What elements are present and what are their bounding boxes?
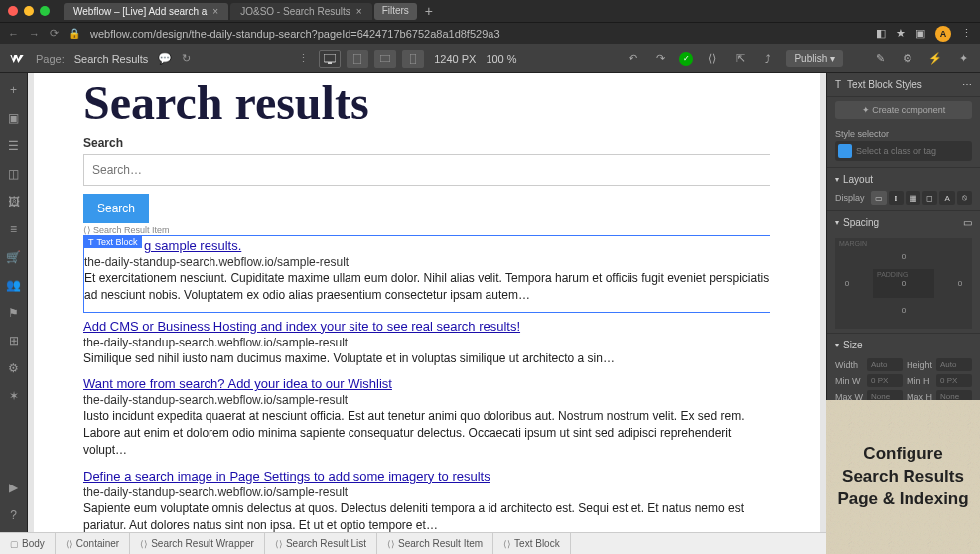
result-title-link[interactable]: Want more from search? Add your idea to … — [83, 376, 392, 391]
code-icon[interactable]: ⟨⟩ — [703, 50, 721, 68]
history-icon[interactable]: ↻ — [182, 52, 191, 65]
brush-icon[interactable]: ✎ — [871, 50, 889, 68]
margin-top-value[interactable]: 0 — [839, 252, 968, 261]
url-text[interactable]: webflow.com/design/the-daily-standup-sea… — [90, 28, 866, 40]
users-icon[interactable]: 👥 — [7, 278, 21, 292]
search-result-item[interactable]: Want more from search? Add your idea to … — [83, 374, 770, 458]
breakpoint-desktop-icon[interactable] — [319, 50, 341, 68]
result-title-link[interactable]: Add CMS or Business Hosting and index yo… — [83, 319, 520, 334]
minw-input[interactable]: 0 PX — [867, 374, 903, 387]
panel-menu-icon[interactable]: ⋯ — [962, 79, 972, 90]
display-flex-icon[interactable]: ⫿ — [889, 191, 904, 205]
search-input[interactable] — [83, 154, 770, 186]
breakpoint-mobile-landscape-icon[interactable] — [374, 50, 396, 68]
display-inlineblock-icon[interactable]: ◻ — [922, 191, 937, 205]
margin-left-value[interactable]: 0 — [839, 279, 855, 288]
logic-icon[interactable]: ⚑ — [7, 306, 21, 320]
minh-input[interactable]: 0 PX — [936, 374, 972, 387]
canvas[interactable]: Search results Search Search ⟨⟩ Search R… — [28, 73, 826, 532]
assets-icon[interactable]: 🖼 — [7, 195, 21, 208]
apps-icon[interactable]: ⊞ — [7, 334, 21, 347]
more-icon[interactable]: ⋮ — [298, 52, 309, 65]
spacing-section[interactable]: ▾Spacing▭ — [827, 210, 980, 234]
search-result-item[interactable]: Define a search image in Page Settings t… — [83, 467, 770, 532]
ecommerce-icon[interactable]: 🛒 — [7, 250, 21, 264]
navigator-icon[interactable]: ☰ — [7, 139, 21, 153]
undo-icon[interactable]: ↶ — [624, 50, 641, 68]
spacing-toggle-icon[interactable]: ▭ — [963, 217, 972, 228]
close-window-icon[interactable] — [8, 6, 18, 16]
breadcrumb-item[interactable]: ⟨⟩Container — [56, 533, 130, 554]
extension-icon[interactable]: ◧ — [876, 27, 886, 40]
pages-icon[interactable]: ▣ — [7, 111, 21, 125]
size-section[interactable]: ▾Size — [827, 333, 980, 356]
menu-icon[interactable]: ⋮ — [961, 27, 972, 40]
export-icon[interactable]: ⇱ — [731, 50, 749, 68]
filters-pill[interactable]: Filters — [374, 3, 417, 20]
publish-button[interactable]: Publish ▾ — [786, 50, 843, 67]
page-title[interactable]: Search results — [83, 75, 770, 130]
display-inline-icon[interactable]: A — [939, 191, 954, 205]
canvas-width[interactable]: 1240 PX — [434, 53, 476, 65]
reload-icon[interactable]: ⟳ — [50, 27, 59, 40]
browser-tab-active[interactable]: Webflow – [Live] Add search a × — [64, 3, 228, 20]
forward-icon[interactable]: → — [29, 28, 40, 40]
browser-tab[interactable]: JO&SO - Search Results × — [230, 3, 371, 20]
padding-center-value[interactable]: 0 — [902, 279, 906, 288]
audit-icon[interactable]: ✶ — [7, 389, 21, 403]
new-tab-icon[interactable]: + — [419, 3, 439, 20]
breadcrumb-item[interactable]: ▢Body — [0, 533, 56, 554]
display-grid-icon[interactable]: ▦ — [906, 191, 920, 205]
extension-icon[interactable]: ▣ — [915, 27, 925, 40]
width-input[interactable]: Auto — [867, 358, 903, 371]
browser-tabs: Webflow – [Live] Add search a × JO&SO - … — [64, 3, 439, 20]
minw-label: Min W — [835, 376, 863, 386]
margin-right-value[interactable]: 0 — [952, 279, 968, 288]
selected-element-badge[interactable]: TText Block — [84, 236, 142, 248]
comment-icon[interactable]: 💬 — [158, 52, 172, 65]
spacing-editor[interactable]: MARGIN 0 0 PADDING 0 0 0 — [835, 238, 972, 329]
cms-icon[interactable]: ≡ — [7, 222, 21, 236]
display-none-icon[interactable]: ⦸ — [957, 191, 972, 205]
extension-icon[interactable]: ★ — [896, 27, 906, 40]
components-icon[interactable]: ◫ — [7, 167, 21, 181]
close-tab-icon[interactable]: × — [356, 6, 362, 17]
page-name[interactable]: Search Results — [74, 53, 149, 65]
result-title-link[interactable]: Define a search image in Page Settings t… — [83, 469, 490, 484]
breadcrumb-item[interactable]: ⟨⟩Search Result Wrapper — [130, 533, 265, 554]
margin-bottom-value[interactable]: 0 — [839, 306, 968, 315]
display-block-icon[interactable]: ▭ — [871, 191, 886, 205]
share-icon[interactable]: ⤴ — [759, 50, 776, 68]
close-tab-icon[interactable]: × — [212, 6, 218, 17]
search-button[interactable]: Search — [83, 194, 149, 223]
add-element-icon[interactable]: + — [7, 83, 21, 97]
video-icon[interactable]: ▶ — [7, 481, 21, 494]
lock-icon: 🔒 — [69, 28, 80, 39]
redo-icon[interactable]: ↷ — [651, 50, 669, 68]
overlay-note: Configure Search Results Page & Indexing — [826, 400, 980, 554]
maximize-window-icon[interactable] — [40, 6, 50, 16]
settings-rail-icon[interactable]: ⚙ — [7, 361, 21, 375]
breakpoint-mobile-icon[interactable] — [402, 50, 424, 68]
webflow-logo-icon[interactable] — [8, 50, 26, 68]
breadcrumb-item[interactable]: ⟨⟩Search Result List — [265, 533, 377, 554]
selector-placeholder: Select a class or tag — [856, 146, 936, 156]
canvas-zoom[interactable]: 100 % — [486, 53, 516, 65]
canvas-mini-crumb[interactable]: ⟨⟩ Search Result Item — [83, 225, 770, 235]
breadcrumb-item[interactable]: ⟨⟩Text Block — [493, 533, 571, 554]
search-result-item[interactable]: TText Blockg sample results.the-daily-st… — [83, 235, 770, 313]
style-selector[interactable]: Select a class or tag — [835, 141, 972, 161]
interactions-icon[interactable]: ⚡ — [926, 50, 944, 68]
effects-icon[interactable]: ✦ — [954, 50, 972, 68]
minimize-window-icon[interactable] — [24, 6, 34, 16]
create-component-button[interactable]: ✦ Create component — [835, 101, 972, 119]
layout-section[interactable]: ▾Layout — [827, 167, 980, 191]
back-icon[interactable]: ← — [8, 28, 19, 40]
help-icon[interactable]: ? — [7, 508, 21, 522]
height-input[interactable]: Auto — [936, 358, 972, 371]
search-result-item[interactable]: Add CMS or Business Hosting and index yo… — [83, 317, 770, 367]
settings-icon[interactable]: ⚙ — [899, 50, 916, 68]
profile-avatar[interactable]: A — [935, 26, 951, 42]
breadcrumb-item[interactable]: ⟨⟩Search Result Item — [377, 533, 493, 554]
breakpoint-tablet-icon[interactable] — [347, 50, 368, 68]
